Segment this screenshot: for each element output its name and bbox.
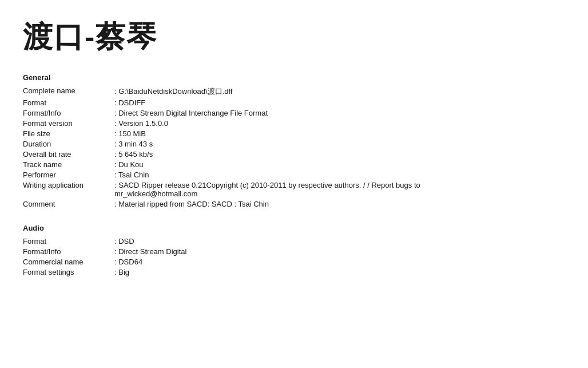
row-value: : Tsai Chin <box>114 169 565 180</box>
row-label: Complete name <box>23 85 114 97</box>
row-label: Duration <box>23 139 114 149</box>
row-label: Commercial name <box>23 256 114 267</box>
table-row: Complete name: G:\BaiduNetdiskDownload\渡… <box>23 85 565 97</box>
table-row: Overall bit rate: 5 645 kb/s <box>23 149 565 159</box>
row-label: Format <box>23 236 114 246</box>
general-info-table: Complete name: G:\BaiduNetdiskDownload\渡… <box>23 85 565 209</box>
page-title: 渡口-蔡琴 <box>23 17 565 57</box>
table-row: Writing application: SACD Ripper release… <box>23 180 565 199</box>
row-value: : SACD Ripper release 0.21Copyright (c) … <box>114 180 565 199</box>
row-value: : Du Kou <box>114 159 565 169</box>
row-value: : DSD <box>114 236 565 246</box>
row-value: : 3 min 43 s <box>114 139 565 149</box>
row-value: : Direct Stream Digital Interchange File… <box>114 108 565 118</box>
table-row: Format/Info: Direct Stream Digital <box>23 246 565 256</box>
table-row: Comment: Material ripped from SACD: SACD… <box>23 199 565 209</box>
general-section: General Complete name: G:\BaiduNetdiskDo… <box>23 73 565 209</box>
row-label: Performer <box>23 169 114 180</box>
table-row: Format: DSDIFF <box>23 97 565 108</box>
row-label: Format/Info <box>23 246 114 256</box>
table-row: Track name: Du Kou <box>23 159 565 169</box>
row-label: Comment <box>23 199 114 209</box>
row-value: : G:\BaiduNetdiskDownload\渡口.dff <box>114 85 565 97</box>
table-row: Duration: 3 min 43 s <box>23 139 565 149</box>
table-row: Format version: Version 1.5.0.0 <box>23 118 565 128</box>
row-label: Overall bit rate <box>23 149 114 159</box>
audio-section-header: Audio <box>23 224 565 232</box>
row-value: : Material ripped from SACD: SACD : Tsai… <box>114 199 565 209</box>
row-value: : Version 1.5.0.0 <box>114 118 565 128</box>
audio-section: Audio Format: DSDFormat/Info: Direct Str… <box>23 224 565 277</box>
table-row: Performer: Tsai Chin <box>23 169 565 180</box>
row-value: : 150 MiB <box>114 128 565 139</box>
table-row: Format: DSD <box>23 236 565 246</box>
row-label: File size <box>23 128 114 139</box>
row-label: Format settings <box>23 267 114 277</box>
table-row: File size: 150 MiB <box>23 128 565 139</box>
row-value: : DSD64 <box>114 256 565 267</box>
audio-info-table: Format: DSDFormat/Info: Direct Stream Di… <box>23 236 565 277</box>
table-row: Commercial name: DSD64 <box>23 256 565 267</box>
table-row: Format/Info: Direct Stream Digital Inter… <box>23 108 565 118</box>
row-label: Writing application <box>23 180 114 199</box>
row-label: Format <box>23 97 114 108</box>
row-value: : 5 645 kb/s <box>114 149 565 159</box>
row-value: : DSDIFF <box>114 97 565 108</box>
row-label: Format/Info <box>23 108 114 118</box>
row-value: : Direct Stream Digital <box>114 246 565 256</box>
row-value: : Big <box>114 267 565 277</box>
row-label: Format version <box>23 118 114 128</box>
row-label: Track name <box>23 159 114 169</box>
general-section-header: General <box>23 73 565 82</box>
table-row: Format settings: Big <box>23 267 565 277</box>
